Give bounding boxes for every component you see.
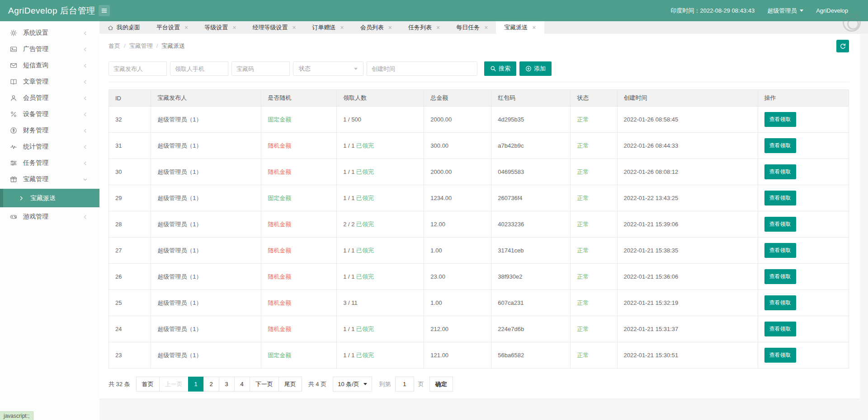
server-time: 印度时间：2022-08-29 08:43:43 [670, 7, 755, 15]
cell-actions: 查看领取 [758, 107, 849, 133]
view-claims-button[interactable]: 查看领取 [764, 295, 796, 310]
cell-code: 260736f4 [491, 185, 571, 211]
chevron-left-icon [83, 79, 88, 84]
view-claims-button[interactable]: 查看领取 [764, 138, 796, 153]
sidebar-item-device-management[interactable]: 设备管理 [0, 106, 99, 122]
cell-actions: 查看领取 [758, 159, 849, 185]
table-row: 26超级管理员（1）随机金额1 / 1 已领完23.0038f930e2正常20… [109, 264, 849, 290]
cell-created: 2022-01-26 08:08:12 [617, 159, 758, 185]
cell-id: 29 [109, 185, 151, 211]
view-claims-button[interactable]: 查看领取 [764, 164, 796, 179]
view-claims-button[interactable]: 查看领取 [764, 322, 796, 336]
sidebar-item-treasure-management[interactable]: 宝藏管理 [0, 171, 99, 187]
cell-code: 56ba6582 [491, 342, 571, 369]
code-filter-input[interactable] [231, 61, 290, 76]
cell-code: 224e7d6b [491, 316, 571, 342]
tab-platform-settings[interactable]: 平台设置× [148, 21, 196, 34]
page-number-button[interactable]: 3 [219, 377, 235, 392]
cell-publisher: 超级管理员（1） [151, 211, 261, 238]
close-icon[interactable]: × [184, 24, 188, 31]
tab-my-desktop[interactable]: 我的桌面 [99, 21, 148, 34]
sidebar-item-label: 宝藏管理 [23, 175, 83, 183]
hamburger-icon [101, 7, 108, 14]
tab-member-list[interactable]: 会员列表× [352, 21, 400, 34]
sidebar-subitem-treasure-dispatch[interactable]: 宝藏派送 [0, 189, 99, 207]
cell-publisher: 超级管理员（1） [151, 238, 261, 264]
sidebar-item-sms-query[interactable]: 短信查询 [0, 57, 99, 74]
cell-status: 正常 [571, 211, 617, 238]
chevron-left-icon [83, 145, 88, 149]
brand-link[interactable]: AgriDevelop [816, 7, 848, 14]
page-size-select[interactable]: 10 条/页 [333, 377, 372, 392]
close-icon[interactable]: × [532, 24, 536, 31]
created-time-filter-input[interactable] [367, 61, 477, 76]
tab-task-list[interactable]: 任务列表× [400, 21, 448, 34]
publisher-filter-input[interactable] [108, 61, 167, 76]
caret-down-icon [354, 68, 358, 70]
sidebar-item-stats-management[interactable]: 统计管理 [0, 139, 99, 155]
view-claims-button[interactable]: 查看领取 [764, 112, 796, 127]
tab-manager-level-settings[interactable]: 经理等级设置× [244, 21, 304, 34]
tab-label: 等级设置 [204, 23, 228, 32]
cell-random: 固定金额 [261, 185, 337, 211]
breadcrumb-item: 宝藏派送 [161, 42, 185, 49]
tab-label: 宝藏派送 [504, 23, 528, 32]
prev-page-button[interactable]: 上一页 [159, 377, 189, 392]
tab-daily-task[interactable]: 每日任务× [448, 21, 496, 34]
page-number-button[interactable]: 2 [203, 377, 219, 392]
refresh-button[interactable] [836, 40, 849, 52]
user-menu[interactable]: 超级管理员 [767, 7, 803, 15]
page-number-button[interactable]: 1 [188, 377, 204, 392]
column-header: 是否随机 [261, 90, 337, 107]
table-row: 23超级管理员（1）固定金额1 / 1 已领完121.0056ba6582正常2… [109, 342, 849, 369]
sidebar-item-article-management[interactable]: 文章管理 [0, 74, 99, 90]
sidebar-item-system-settings[interactable]: 系统设置 [0, 25, 99, 41]
game-icon [10, 213, 17, 220]
close-icon[interactable]: × [436, 24, 440, 31]
sidebar-item-label: 会员管理 [23, 94, 83, 102]
last-page-button[interactable]: 尾页 [278, 377, 302, 392]
next-page-button[interactable]: 下一页 [250, 377, 279, 392]
cell-publisher: 超级管理员（1） [151, 316, 261, 342]
goto-page-input[interactable] [395, 377, 414, 392]
cell-random: 随机金额 [261, 264, 337, 290]
cell-id: 32 [109, 107, 151, 133]
first-page-button[interactable]: 首页 [136, 377, 160, 392]
menu-toggle-button[interactable] [99, 5, 110, 16]
view-claims-button[interactable]: 查看领取 [764, 243, 796, 258]
column-header: 总金额 [424, 90, 491, 107]
tab-order-gift[interactable]: 订单赠送× [304, 21, 352, 34]
sidebar-item-ad-management[interactable]: 广告管理 [0, 41, 99, 57]
add-button[interactable]: 添加 [519, 61, 552, 76]
view-claims-button[interactable]: 查看领取 [764, 348, 796, 363]
cell-actions: 查看领取 [758, 133, 849, 159]
search-button[interactable]: 搜索 [484, 61, 516, 76]
status-select[interactable]: 状态 [293, 61, 363, 76]
mail-icon [10, 62, 17, 69]
sidebar-item-member-management[interactable]: 会员管理 [0, 90, 99, 106]
column-header: 创建时间 [617, 90, 758, 107]
breadcrumb-item[interactable]: 宝藏管理 [129, 42, 153, 49]
close-icon[interactable]: × [484, 24, 488, 31]
goto-confirm-button[interactable]: 确定 [429, 377, 453, 392]
view-claims-button[interactable]: 查看领取 [764, 269, 796, 284]
sidebar-item-finance-management[interactable]: 财务管理 [0, 122, 99, 139]
phone-filter-input[interactable] [170, 61, 228, 76]
breadcrumb-item[interactable]: 首页 [108, 42, 120, 49]
pagination-total: 共 32 条 [108, 380, 130, 388]
view-claims-button[interactable]: 查看领取 [764, 191, 796, 205]
view-claims-button[interactable]: 查看领取 [764, 217, 796, 232]
close-icon[interactable]: × [388, 24, 392, 31]
tab-level-settings[interactable]: 等级设置× [196, 21, 244, 34]
cell-amount: 121.00 [424, 342, 491, 369]
close-icon[interactable]: × [232, 24, 236, 31]
tab-treasure-dispatch[interactable]: 宝藏派送× [496, 21, 544, 34]
sidebar-item-game-management[interactable]: 游戏管理 [0, 209, 99, 225]
cell-publisher: 超级管理员（1） [151, 133, 261, 159]
close-icon[interactable]: × [292, 24, 296, 31]
page-number-button[interactable]: 4 [234, 377, 250, 392]
cell-amount: 212.00 [424, 316, 491, 342]
gift-icon [10, 176, 17, 183]
close-icon[interactable]: × [340, 24, 344, 31]
sidebar-item-task-management[interactable]: 任务管理 [0, 155, 99, 171]
